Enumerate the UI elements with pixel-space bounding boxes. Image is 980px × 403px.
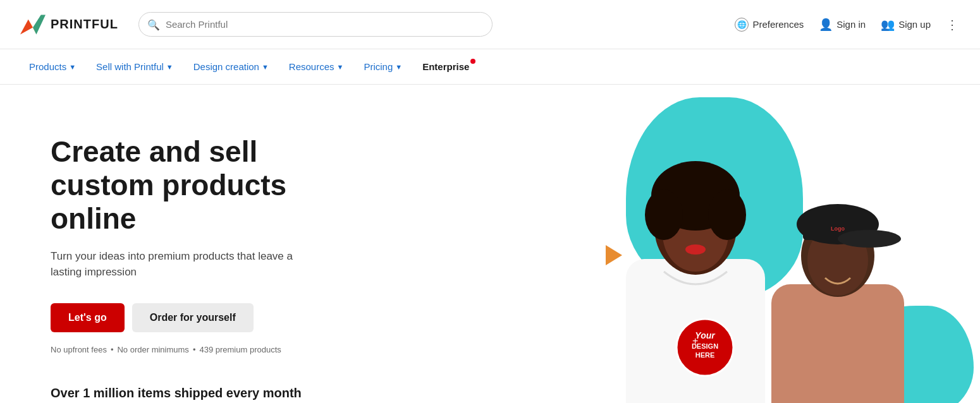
nav-pricing-label: Pricing xyxy=(364,61,393,72)
nav-enterprise-label: Enterprise xyxy=(422,61,469,72)
dot-separator: • xyxy=(193,345,196,354)
signup-label: Sign up xyxy=(898,19,931,30)
svg-text:HERE: HERE xyxy=(695,351,715,359)
preferences-link[interactable]: 🌐 Preferences xyxy=(735,18,804,32)
signin-label: Sign in xyxy=(836,19,866,30)
person-woman: Your DESIGN HERE + xyxy=(613,133,778,403)
search-bar: 🔍 xyxy=(138,12,493,37)
header-right: 🌐 Preferences 👤 Sign in 👥 Sign up ⋮ xyxy=(735,17,960,32)
nav-products-label: Products xyxy=(29,61,66,72)
signup-link[interactable]: 👥 Sign up xyxy=(881,18,931,32)
hero-section: Create and sell custom products online T… xyxy=(0,85,980,403)
lets-go-button[interactable]: Let's go xyxy=(51,303,125,332)
hero-content: Create and sell custom products online T… xyxy=(51,123,392,400)
svg-marker-0 xyxy=(20,19,33,34)
hero-subtitle: Turn your ideas into premium products th… xyxy=(51,248,303,280)
meta-products: 439 premium products xyxy=(199,345,281,354)
nav-design-label: Design creation xyxy=(193,61,259,72)
enterprise-dot xyxy=(470,59,475,64)
preferences-label: Preferences xyxy=(752,19,804,30)
add-person-icon: 👥 xyxy=(881,18,895,32)
hero-stat: Over 1 million items shipped every month xyxy=(51,386,392,400)
svg-point-20 xyxy=(838,230,901,248)
svg-text:+: + xyxy=(692,335,698,346)
woman-figure: Your DESIGN HERE + xyxy=(613,133,778,403)
meta-no-minimums: No order minimums xyxy=(117,345,188,354)
svg-text:Logo: Logo xyxy=(831,226,845,232)
hero-people: Your DESIGN HERE + xyxy=(613,123,910,403)
hero-visual: Your DESIGN HERE + xyxy=(575,85,980,403)
nav-item-pricing[interactable]: Pricing ▼ xyxy=(355,56,411,77)
chevron-down-icon: ▼ xyxy=(262,63,269,71)
more-options-icon[interactable]: ⋮ xyxy=(946,17,960,32)
svg-point-14 xyxy=(685,244,706,255)
nav-sell-label: Sell with Printful xyxy=(96,61,164,72)
header: PRINTFUL 🔍 🌐 Preferences 👤 Sign in 👥 Sig… xyxy=(0,0,980,49)
logo-text: PRINTFUL xyxy=(51,17,118,32)
nav-item-enterprise[interactable]: Enterprise xyxy=(413,56,478,77)
person-man: Logo xyxy=(765,158,910,403)
nav-item-design-creation[interactable]: Design creation ▼ xyxy=(185,56,278,77)
nav-item-sell-with-printful[interactable]: Sell with Printful ▼ xyxy=(87,56,182,77)
chevron-down-icon: ▼ xyxy=(166,63,173,71)
person-icon: 👤 xyxy=(819,18,833,32)
play-button-icon[interactable] xyxy=(606,245,622,265)
chevron-down-icon: ▼ xyxy=(337,63,344,71)
dot-separator: • xyxy=(111,345,114,354)
hero-title: Create and sell custom products online xyxy=(51,135,367,236)
svg-point-7 xyxy=(645,189,683,240)
svg-rect-15 xyxy=(771,284,904,403)
logo-link[interactable]: PRINTFUL xyxy=(20,15,118,35)
globe-icon: 🌐 xyxy=(735,18,749,32)
search-input[interactable] xyxy=(138,12,493,37)
svg-point-8 xyxy=(708,189,746,240)
chevron-down-icon: ▼ xyxy=(69,63,76,71)
nav-item-products[interactable]: Products ▼ xyxy=(20,56,85,77)
search-icon: 🔍 xyxy=(147,18,160,30)
nav-resources-label: Resources xyxy=(289,61,334,72)
main-nav: Products ▼ Sell with Printful ▼ Design c… xyxy=(0,49,980,85)
hero-buttons: Let's go Order for yourself xyxy=(51,303,392,332)
nav-item-resources[interactable]: Resources ▼ xyxy=(280,56,353,77)
logo-icon xyxy=(20,15,46,35)
meta-no-fees: No upfront fees xyxy=(51,345,107,354)
signin-link[interactable]: 👤 Sign in xyxy=(819,18,866,32)
chevron-down-icon: ▼ xyxy=(395,63,402,71)
man-figure: Logo xyxy=(765,158,910,403)
hero-meta: No upfront fees • No order minimums • 43… xyxy=(51,345,392,354)
order-for-yourself-button[interactable]: Order for yourself xyxy=(132,303,254,332)
